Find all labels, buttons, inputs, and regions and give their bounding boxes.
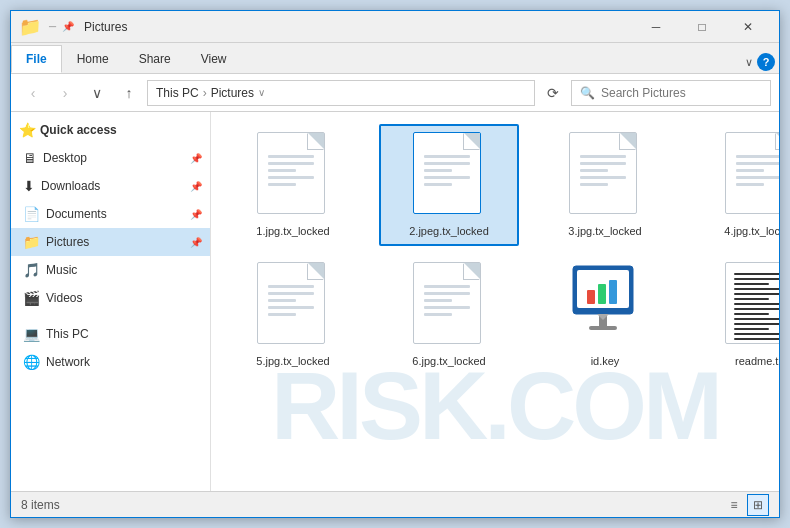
sidebar-item-videos[interactable]: 🎬 Videos <box>11 284 210 312</box>
up-dropdown-button[interactable]: ∨ <box>83 79 111 107</box>
documents-icon: 📄 <box>23 206 40 222</box>
file-item-3[interactable]: 3.jpg.tx_locked <box>535 124 675 246</box>
locked-doc-icon-6 <box>413 262 481 344</box>
doc-line <box>268 299 296 302</box>
svg-rect-4 <box>609 280 617 304</box>
file-item-6[interactable]: 6.jpg.tx_locked <box>379 254 519 376</box>
sidebar-item-network[interactable]: 🌐 Network <box>11 348 210 376</box>
file-item-8[interactable]: readme.txt <box>691 254 779 376</box>
forward-button[interactable]: › <box>51 79 79 107</box>
readme-line <box>734 298 769 300</box>
readme-line <box>734 333 779 335</box>
videos-icon: 🎬 <box>23 290 40 306</box>
readme-lines <box>734 273 779 340</box>
file-icon-2 <box>413 132 485 220</box>
file-label-4: 4.jpg.tx_locked <box>724 224 779 238</box>
minimize-button[interactable]: ─ <box>633 11 679 43</box>
sidebar-item-label-network: Network <box>46 355 90 369</box>
path-this-pc: This PC <box>156 86 199 100</box>
locked-doc-icon-3 <box>569 132 637 214</box>
tab-share[interactable]: Share <box>124 45 186 73</box>
doc-line <box>580 183 608 186</box>
path-pictures: Pictures <box>211 86 254 100</box>
doc-lines-1 <box>268 155 314 186</box>
doc-line <box>268 176 314 179</box>
doc-line <box>580 176 626 179</box>
sidebar-item-label-this-pc: This PC <box>46 327 89 341</box>
file-item-2[interactable]: 2.jpeg.tx_locked <box>379 124 519 246</box>
path-expand-icon[interactable]: ∨ <box>258 87 265 98</box>
refresh-button[interactable]: ⟳ <box>539 79 567 107</box>
locked-doc-icon-5 <box>257 262 325 344</box>
help-button[interactable]: ? <box>757 53 775 71</box>
quick-access-label: Quick access <box>40 123 117 137</box>
pin-icon-desktop: 📌 <box>190 153 202 164</box>
doc-line <box>424 292 470 295</box>
readme-line <box>734 323 779 325</box>
readme-line <box>734 313 769 315</box>
view-buttons: ≡ ⊞ <box>723 494 769 516</box>
doc-line <box>580 155 626 158</box>
readme-line <box>734 318 779 320</box>
sidebar-item-label-desktop: Desktop <box>43 151 87 165</box>
sidebar-item-documents[interactable]: 📄 Documents 📌 <box>11 200 210 228</box>
pictures-icon: 📁 <box>23 234 40 250</box>
ribbon-tabs: File Home Share View ∨ ? <box>11 43 779 73</box>
file-item-5[interactable]: 5.jpg.tx_locked <box>223 254 363 376</box>
path-separator-1: › <box>203 86 207 100</box>
file-label-5: 5.jpg.tx_locked <box>256 354 329 368</box>
ribbon-collapse-icon[interactable]: ∨ <box>745 56 753 69</box>
close-button[interactable]: ✕ <box>725 11 771 43</box>
search-icon: 🔍 <box>580 86 595 100</box>
grid-view-button[interactable]: ⊞ <box>747 494 769 516</box>
file-label-1: 1.jpg.tx_locked <box>256 224 329 238</box>
tab-view[interactable]: View <box>186 45 242 73</box>
sidebar-item-music[interactable]: 🎵 Music <box>11 256 210 284</box>
maximize-button[interactable]: □ <box>679 11 725 43</box>
file-item-4[interactable]: 4.jpg.tx_locked <box>691 124 779 246</box>
doc-line <box>736 162 779 165</box>
file-icon-1 <box>257 132 329 220</box>
search-input[interactable] <box>601 86 762 100</box>
doc-line <box>424 306 470 309</box>
readme-line <box>734 303 779 305</box>
sidebar-item-label-pictures: Pictures <box>46 235 89 249</box>
readme-line <box>734 308 779 310</box>
file-icon-8 <box>725 262 779 350</box>
doc-line <box>424 299 452 302</box>
doc-line <box>736 176 779 179</box>
doc-line <box>736 169 764 172</box>
locked-doc-icon-2 <box>413 132 481 214</box>
back-button[interactable]: ‹ <box>19 79 47 107</box>
address-path[interactable]: This PC › Pictures ∨ <box>147 80 535 106</box>
up-button[interactable]: ↑ <box>115 79 143 107</box>
status-count: 8 items <box>21 498 60 512</box>
file-item-7[interactable]: id.key <box>535 254 675 376</box>
list-view-button[interactable]: ≡ <box>723 494 745 516</box>
pin-icon-pictures: 📌 <box>190 237 202 248</box>
doc-lines-5 <box>268 285 314 316</box>
file-label-6: 6.jpg.tx_locked <box>412 354 485 368</box>
doc-line <box>268 306 314 309</box>
readme-line <box>734 338 779 340</box>
doc-line <box>736 155 779 158</box>
file-icon-7 <box>569 262 641 350</box>
doc-lines-3 <box>580 155 626 186</box>
doc-line <box>268 162 314 165</box>
doc-lines-2 <box>424 155 470 186</box>
doc-line <box>268 169 296 172</box>
doc-line <box>268 183 296 186</box>
doc-line <box>268 313 296 316</box>
main-area: ⭐ Quick access 🖥 Desktop 📌 ⬇ Downloads 📌… <box>11 112 779 491</box>
sidebar-item-pictures[interactable]: 📁 Pictures 📌 <box>11 228 210 256</box>
this-pc-icon: 💻 <box>23 326 40 342</box>
file-label-2: 2.jpeg.tx_locked <box>409 224 489 238</box>
file-item-1[interactable]: 1.jpg.tx_locked <box>223 124 363 246</box>
tab-home[interactable]: Home <box>62 45 124 73</box>
sidebar-item-desktop[interactable]: 🖥 Desktop 📌 <box>11 144 210 172</box>
sidebar-item-this-pc[interactable]: 💻 This PC <box>11 320 210 348</box>
tab-file[interactable]: File <box>11 45 62 73</box>
sidebar-item-downloads[interactable]: ⬇ Downloads 📌 <box>11 172 210 200</box>
search-box[interactable]: 🔍 <box>571 80 771 106</box>
readme-line <box>734 288 779 290</box>
